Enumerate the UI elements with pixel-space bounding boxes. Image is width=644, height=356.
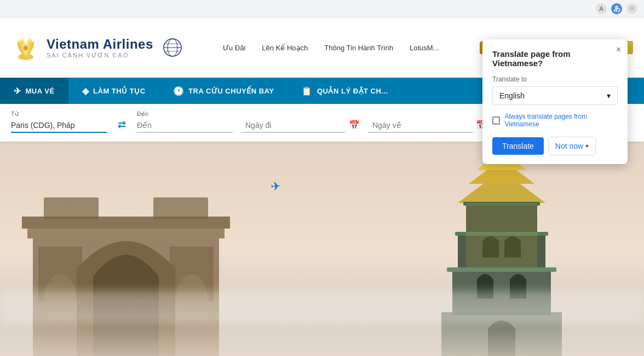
- nav-uu-dai[interactable]: Ưu Đãi: [223, 44, 245, 52]
- bookmark-icon[interactable]: ☆: [626, 3, 637, 14]
- to-label: Đến: [137, 110, 233, 118]
- depart-calendar-icon[interactable]: 📅: [349, 120, 360, 130]
- to-field-group: Đến: [137, 110, 233, 133]
- always-translate-checkbox[interactable]: [492, 116, 500, 125]
- nav-len-ke-hoach[interactable]: Lên Kế Hoạch: [262, 44, 308, 52]
- language-selector[interactable]: English ▾: [492, 86, 618, 105]
- tab-mua-ve[interactable]: ✈ MUA VÉ: [0, 78, 68, 104]
- svg-rect-8: [153, 197, 208, 219]
- font-size-icon[interactable]: A: [596, 3, 607, 14]
- return-date-input[interactable]: [368, 119, 473, 133]
- svg-rect-17: [466, 203, 537, 267]
- svg-rect-7: [44, 197, 99, 219]
- swap-button[interactable]: ⇄: [115, 119, 129, 131]
- logo-text: Vietnam Airlines SÁI CÁNH VƯƠN CAO: [47, 37, 153, 59]
- airplane-icon: ✈: [270, 179, 281, 194]
- from-label: Từ: [11, 110, 107, 118]
- browser-bar: A あ ☆: [0, 0, 644, 17]
- tab-mua-ve-label: MUA VÉ: [26, 87, 55, 95]
- clock-tab-icon: 🕐: [173, 86, 185, 96]
- not-now-chevron-icon: ▾: [585, 142, 589, 150]
- selected-language: English: [499, 91, 525, 100]
- popup-actions: Translate Not now ▾: [492, 137, 618, 155]
- popup-title: Translate page from Vietnamese?: [492, 49, 618, 68]
- always-translate-text: Always translate pages from: [504, 113, 587, 120]
- svg-rect-1: [27, 227, 225, 238]
- manage-tab-icon: 📋: [301, 86, 313, 96]
- from-input[interactable]: [11, 119, 107, 133]
- airline-logo: [11, 34, 41, 61]
- tab-lam-thu-tuc-label: LÀM THỦ TỤC: [93, 87, 146, 95]
- not-now-button[interactable]: Not now ▾: [548, 137, 596, 155]
- translate-popup: × Translate page from Vietnamese? Transl…: [482, 39, 628, 164]
- always-translate-lang: Vietnamese: [504, 120, 539, 128]
- from-field-group: Từ: [11, 110, 107, 133]
- airline-name: Vietnam Airlines: [47, 37, 153, 52]
- airline-tagline: SÁI CÁNH VƯƠN CAO: [47, 52, 153, 59]
- always-translate-row: Always translate pages from Vietnamese: [492, 113, 618, 128]
- translate-button[interactable]: Translate: [492, 137, 544, 155]
- logo-area: Vietnam Airlines SÁI CÁNH VƯƠN CAO: [11, 34, 182, 61]
- globe-badge: [163, 38, 182, 57]
- svg-point-19: [24, 46, 28, 50]
- nav-thong-tin[interactable]: Thông Tin Hành Trình: [324, 44, 393, 52]
- checkin-tab-icon: ◈: [82, 86, 89, 96]
- tab-quan-ly-label: QUẢN LÝ ĐẶT CH...: [317, 87, 388, 95]
- not-now-label: Not now: [555, 142, 583, 150]
- to-input[interactable]: [137, 119, 233, 133]
- translate-browser-icon[interactable]: あ: [611, 3, 622, 14]
- return-date-group: 📅: [368, 118, 487, 133]
- translate-to-label: Translate to: [492, 75, 618, 83]
- svg-rect-14: [447, 267, 556, 272]
- dropdown-chevron-icon: ▾: [607, 91, 611, 100]
- nav-lotus[interactable]: LotusM...: [410, 44, 439, 52]
- always-translate-label: Always translate pages from Vietnamese: [504, 113, 618, 128]
- tab-tra-cuu[interactable]: 🕐 TRA CỨU CHUYẾN BAY: [159, 78, 288, 104]
- tab-quan-ly[interactable]: 📋 QUẢN LÝ ĐẶT CH...: [288, 78, 401, 104]
- tab-tra-cuu-label: TRA CỨU CHUYẾN BAY: [188, 87, 274, 95]
- website-container: ✈: [0, 17, 644, 356]
- depart-date-input[interactable]: [241, 119, 346, 133]
- plane-tab-icon: ✈: [14, 86, 21, 96]
- tab-lam-thu-tuc[interactable]: ◈ LÀM THỦ TỤC: [68, 78, 159, 104]
- depart-date-group: 📅: [241, 118, 360, 133]
- popup-close-button[interactable]: ×: [616, 45, 621, 55]
- main-nav-links: Ưu Đãi Lên Kế Hoạch Thông Tin Hành Trình…: [223, 44, 439, 52]
